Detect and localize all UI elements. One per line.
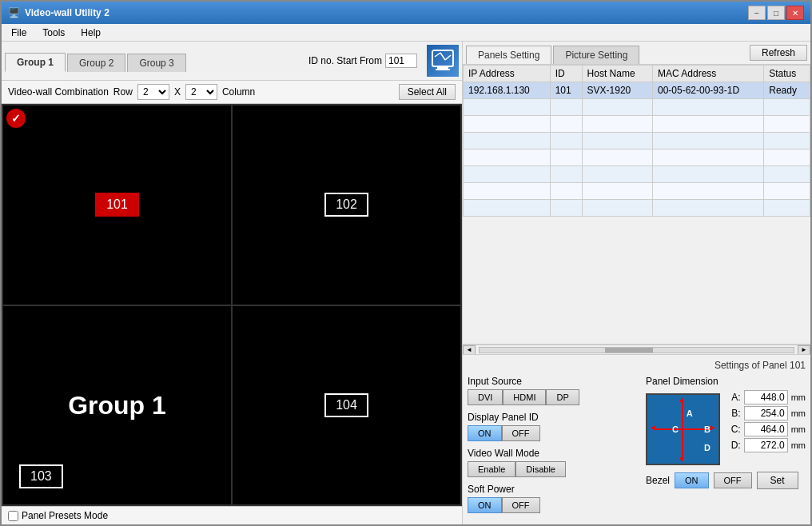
dim-b-unit: mm	[791, 408, 806, 418]
column-select[interactable]: 234	[185, 84, 217, 100]
dim-a-row: A: mm	[726, 390, 806, 404]
panel-cell-102[interactable]: 102	[232, 105, 461, 305]
input-source-buttons: DVI HDMI DP	[468, 389, 639, 405]
panel-presets-checkbox[interactable]	[8, 511, 18, 521]
maximize-button[interactable]: □	[767, 6, 785, 20]
video-wall-mode-group: Video Wall Mode Enable Disable	[468, 448, 639, 477]
btn-bezel-off[interactable]: OFF	[714, 472, 752, 488]
display-panel-id-label: Display Panel ID	[468, 412, 639, 423]
x-label: X	[174, 86, 181, 98]
btn-dvi[interactable]: DVI	[468, 389, 503, 405]
dim-d-label-text: D:	[726, 440, 741, 451]
id-start-row: ID no. Start From	[308, 45, 459, 80]
table-row-empty-1	[464, 99, 810, 116]
tab-picture-setting[interactable]: Picture Setting	[553, 46, 639, 64]
btn-enable[interactable]: Enable	[468, 461, 515, 477]
close-button[interactable]: ✕	[786, 6, 804, 20]
dim-c-unit: mm	[791, 424, 806, 434]
dim-d-unit: mm	[791, 440, 806, 450]
dim-c-input[interactable]	[744, 422, 788, 436]
panel-cell-103[interactable]: Group 1 103	[2, 305, 232, 506]
svg-line-3	[435, 53, 440, 57]
bezel-label: Bezel	[646, 475, 670, 486]
right-panel: Panels Setting Picture Setting Refresh I…	[463, 42, 810, 524]
btn-bezel-on[interactable]: ON	[675, 472, 709, 488]
panel-cell-101[interactable]: 101	[2, 105, 232, 305]
display-panel-id-buttons: ON OFF	[468, 425, 639, 441]
dim-b-input[interactable]	[744, 406, 788, 420]
device-table-area: IP Address ID Host Name MAC Address Stat…	[463, 65, 810, 345]
cell-ip: 192.168.1.130	[464, 82, 551, 99]
btn-power-on[interactable]: ON	[468, 497, 502, 513]
group-name-label: Group 1	[68, 390, 166, 420]
settings-left: Input Source DVI HDMI DP Display Panel I…	[468, 376, 639, 520]
panel-id-103: 103	[19, 464, 63, 488]
menu-file[interactable]: File	[5, 26, 33, 40]
btn-display-off[interactable]: OFF	[502, 425, 540, 441]
panel-presets-bar: Panel Presets Mode	[2, 506, 462, 524]
id-start-input[interactable]	[385, 54, 417, 68]
soft-power-group: Soft Power ON OFF	[468, 484, 639, 513]
btn-power-off[interactable]: OFF	[502, 497, 540, 513]
minimize-button[interactable]: −	[748, 6, 766, 20]
svg-line-4	[440, 53, 445, 60]
panel-dimension-title: Panel Dimension	[646, 376, 806, 387]
dim-d-input[interactable]	[744, 438, 788, 452]
scroll-thumb[interactable]	[605, 348, 653, 353]
select-all-button[interactable]: Select All	[399, 84, 456, 100]
main-window: 🖥️ Video-wall Utility 2 − □ ✕ File Tools…	[0, 0, 812, 526]
title-icon: 🖥️	[8, 7, 20, 18]
settings-title: Settings of Panel 101	[468, 360, 806, 371]
panel-id-104: 104	[324, 393, 368, 417]
menu-tools[interactable]: Tools	[36, 26, 71, 40]
scroll-right-arrow[interactable]: ►	[798, 345, 810, 355]
tab-group1[interactable]: Group 1	[5, 53, 66, 72]
dim-a-input[interactable]	[744, 390, 788, 404]
table-row-empty-4	[464, 149, 810, 166]
scroll-left-arrow[interactable]: ◄	[463, 345, 476, 355]
panel-cell-104[interactable]: 104	[232, 305, 461, 506]
dim-a-unit: mm	[791, 393, 806, 402]
refresh-button[interactable]: Refresh	[750, 45, 807, 61]
table-row[interactable]: 192.168.1.130 101 SVX-1920 00-05-62-00-9…	[464, 82, 810, 99]
input-source-group: Input Source DVI HDMI DP	[468, 376, 639, 405]
table-row-empty-5	[464, 166, 810, 183]
dim-c-label-text: C:	[726, 424, 741, 435]
svg-rect-0	[432, 50, 453, 66]
settings-right: Panel Dimension A B C D	[646, 376, 806, 520]
row-label: Row	[113, 86, 133, 98]
tab-panels-setting[interactable]: Panels Setting	[466, 46, 551, 64]
logo-image	[427, 45, 459, 77]
title-bar: 🖥️ Video-wall Utility 2 − □ ✕	[2, 2, 810, 24]
set-button[interactable]: Set	[757, 472, 798, 489]
panel-grid: 101 102 Group 1 103 104	[2, 104, 462, 506]
dim-c-row: C: mm	[726, 422, 806, 436]
btn-dp[interactable]: DP	[546, 389, 579, 405]
row-select[interactable]: 234	[137, 84, 169, 100]
main-area: Group 1 Group 2 Group 3 ID no. Start Fro…	[2, 42, 810, 524]
tab-group2[interactable]: Group 2	[67, 54, 125, 72]
col-status: Status	[764, 66, 810, 82]
video-wall-mode-buttons: Enable Disable	[468, 461, 639, 477]
cell-status: Ready	[764, 82, 810, 99]
video-wall-options: Video-wall Combination Row 234 X 234 Col…	[2, 81, 462, 104]
settings-panel: Settings of Panel 101 Input Source DVI H…	[463, 354, 810, 524]
scroll-track[interactable]	[479, 347, 794, 353]
left-panel: Group 1 Group 2 Group 3 ID no. Start Fro…	[2, 42, 463, 524]
btn-display-on[interactable]: ON	[468, 425, 502, 441]
input-source-label: Input Source	[468, 376, 639, 387]
video-wall-mode-label: Video Wall Mode	[468, 448, 639, 459]
video-wall-label: Video-wall Combination	[8, 86, 109, 98]
col-mac: MAC Address	[652, 66, 763, 82]
btn-hdmi[interactable]: HDMI	[503, 389, 546, 405]
window-title: Video-wall Utility 2	[25, 7, 109, 18]
tab-group3[interactable]: Group 3	[127, 54, 185, 72]
canvas-area: ✓ 101 102 Group 1 103 104	[2, 104, 462, 506]
btn-disable[interactable]: Disable	[515, 461, 566, 477]
display-panel-id-group: Display Panel ID ON OFF	[468, 412, 639, 441]
right-tabs: Panels Setting Picture Setting Refresh	[463, 42, 810, 65]
horizontal-scrollbar[interactable]: ◄ ►	[463, 345, 810, 354]
bezel-row: Bezel ON OFF Set	[646, 472, 806, 489]
dim-d-row: D: mm	[726, 438, 806, 452]
menu-help[interactable]: Help	[74, 26, 107, 40]
